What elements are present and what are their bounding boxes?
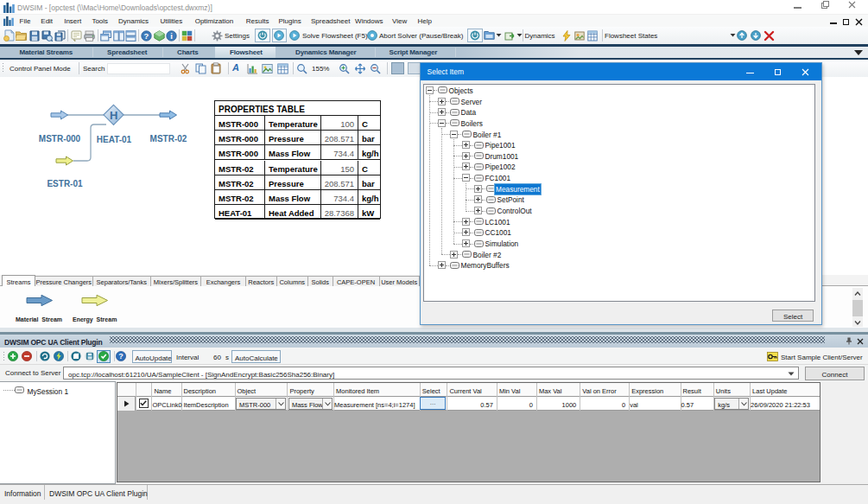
svg-text:i: i [170, 30, 173, 40]
svg-text:ESTR-01: ESTR-01 [47, 179, 83, 188]
svg-text:MSTR-000: MSTR-000 [39, 134, 81, 144]
svg-text:?: ? [144, 30, 149, 40]
svg-text:H: H [110, 109, 117, 122]
svg-text:MSTR-02: MSTR-02 [150, 134, 187, 144]
svg-text:HEAT-01: HEAT-01 [97, 135, 132, 144]
svg-text:?: ? [118, 352, 124, 360]
